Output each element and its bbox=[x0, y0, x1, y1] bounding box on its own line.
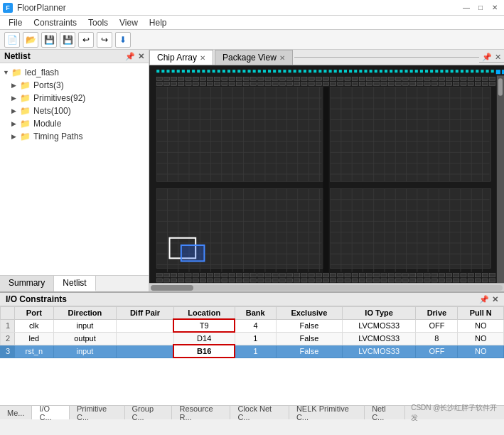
tree-item-timing[interactable]: ▶ 📁 Timing Paths bbox=[0, 130, 149, 143]
svg-rect-23 bbox=[268, 70, 271, 72]
scroll-thumb-h[interactable] bbox=[151, 285, 193, 291]
panel-pin-button[interactable]: 📌 bbox=[125, 52, 135, 61]
chip-canvas[interactable] bbox=[149, 65, 504, 283]
menu-view[interactable]: View bbox=[114, 16, 144, 29]
th-pulln[interactable]: Pull N bbox=[458, 307, 504, 320]
io-close-button[interactable]: ✕ bbox=[492, 295, 498, 304]
svg-rect-72 bbox=[156, 77, 162, 80]
svg-rect-10 bbox=[202, 70, 205, 72]
io-header-controls[interactable]: 📌 ✕ bbox=[479, 295, 498, 304]
svg-rect-128 bbox=[222, 82, 227, 85]
toolbar: 📄 📂 💾 💾 ↩ ↪ ⬇ bbox=[0, 30, 504, 50]
th-direction[interactable]: Direction bbox=[53, 307, 117, 320]
panel-controls[interactable]: 📌 ✕ bbox=[125, 52, 144, 61]
svg-rect-305 bbox=[490, 274, 495, 277]
minimize-button[interactable]: — bbox=[460, 2, 473, 14]
toolbar-save2-button[interactable]: 💾 bbox=[60, 32, 75, 48]
status-tab-me[interactable]: Me... bbox=[0, 406, 32, 419]
close-button[interactable]: ✕ bbox=[488, 2, 501, 14]
tree-icon-ports: 📁 bbox=[20, 80, 31, 90]
svg-rect-86 bbox=[258, 77, 264, 80]
svg-rect-274 bbox=[265, 274, 271, 277]
tree-item-module[interactable]: ▶ 📁 Module bbox=[0, 117, 149, 130]
status-tab-netl[interactable]: Netl C... bbox=[365, 406, 405, 419]
svg-rect-335 bbox=[367, 279, 372, 282]
status-tab-nelk[interactable]: NELK Primitive C... bbox=[289, 406, 365, 419]
table-row[interactable]: 3 rst_n input B16 1 False LVCMOS33 OFF N… bbox=[1, 345, 504, 358]
svg-rect-145 bbox=[345, 82, 350, 85]
svg-rect-304 bbox=[482, 274, 488, 277]
th-bank[interactable]: Bank bbox=[235, 307, 276, 320]
th-location[interactable]: Location bbox=[173, 307, 235, 320]
menu-help[interactable]: Help bbox=[144, 16, 173, 29]
tree-item-ports[interactable]: ▶ 📁 Ports(3) bbox=[0, 79, 149, 92]
tree-item-primitives[interactable]: ▶ 📁 Primitives(92) bbox=[0, 92, 149, 104]
panel-pin2-button[interactable]: 📌 bbox=[482, 53, 492, 62]
status-tab-group[interactable]: Group C... bbox=[125, 406, 173, 419]
th-exclusive[interactable]: Exclusive bbox=[276, 307, 342, 320]
svg-rect-275 bbox=[272, 274, 278, 277]
status-tab-resource[interactable]: Resource R... bbox=[172, 406, 230, 419]
menu-tools[interactable]: Tools bbox=[82, 16, 114, 29]
toolbar-open-button[interactable]: 📂 bbox=[23, 32, 38, 48]
table-row[interactable]: 2 led output D14 1 False LVCMOS33 8 NO bbox=[1, 332, 504, 345]
chip-tab-package-close[interactable]: ✕ bbox=[279, 54, 285, 62]
status-tab-io[interactable]: I/O C... bbox=[32, 406, 70, 419]
row-bank-2: 1 bbox=[235, 332, 276, 345]
svg-rect-324 bbox=[286, 279, 292, 282]
svg-rect-22 bbox=[263, 70, 266, 72]
svg-rect-265 bbox=[200, 274, 205, 277]
chip-tab-array[interactable]: Chip Array ✕ bbox=[149, 50, 213, 65]
row-num-3: 3 bbox=[1, 345, 15, 358]
svg-rect-149 bbox=[374, 82, 380, 85]
svg-rect-106 bbox=[402, 77, 408, 80]
toolbar-down-button[interactable]: ⬇ bbox=[115, 32, 131, 48]
toolbar-new-button[interactable]: 📄 bbox=[4, 32, 20, 48]
toolbar-undo-button[interactable]: ↩ bbox=[78, 32, 94, 48]
window-controls[interactable]: — □ ✕ bbox=[460, 2, 501, 14]
app-title: FloorPlanner bbox=[17, 3, 66, 13]
menu-constraints[interactable]: Constraints bbox=[28, 16, 82, 29]
toolbar-redo-button[interactable]: ↪ bbox=[97, 32, 112, 48]
th-iotype[interactable]: IO Type bbox=[342, 307, 415, 320]
chip-tab-package[interactable]: Package View ✕ bbox=[215, 50, 293, 65]
row-diffpair-3 bbox=[117, 345, 174, 358]
th-diffpair[interactable]: Diff Pair bbox=[117, 307, 174, 320]
tree-icon-module: 📁 bbox=[20, 119, 31, 129]
scroll-track-h[interactable] bbox=[151, 285, 503, 291]
tree-root[interactable]: ▼ 📁 led_flash bbox=[0, 66, 149, 79]
maximize-button[interactable]: □ bbox=[474, 2, 487, 14]
svg-rect-31 bbox=[309, 70, 311, 72]
row-pulln-3: NO bbox=[458, 345, 504, 358]
io-pin-button[interactable]: 📌 bbox=[479, 295, 489, 304]
toolbar-save-button[interactable]: 💾 bbox=[41, 32, 57, 48]
row-direction-2: output bbox=[53, 332, 117, 345]
svg-rect-27 bbox=[289, 70, 291, 72]
chip-scrollbar-h[interactable] bbox=[149, 283, 504, 291]
status-tab-clock[interactable]: Clock Net C... bbox=[230, 406, 289, 419]
panel-close2-button[interactable]: ✕ bbox=[495, 53, 501, 62]
svg-rect-117 bbox=[482, 77, 488, 80]
row-direction-1: input bbox=[53, 319, 117, 332]
tree-item-nets[interactable]: ▶ 📁 Nets(100) bbox=[0, 104, 149, 117]
svg-rect-139 bbox=[301, 82, 307, 85]
chip-tab-array-close[interactable]: ✕ bbox=[200, 54, 205, 62]
row-diffpair-1 bbox=[117, 319, 174, 332]
panel-tabs: Summary Netlist bbox=[0, 275, 149, 291]
svg-rect-339 bbox=[395, 279, 401, 282]
svg-rect-316 bbox=[229, 279, 235, 282]
row-pulln-2: NO bbox=[458, 332, 504, 345]
tab-netlist[interactable]: Netlist bbox=[54, 276, 95, 291]
svg-rect-307 bbox=[163, 279, 169, 282]
status-tab-primitive[interactable]: Primitive C... bbox=[70, 406, 124, 419]
th-port[interactable]: Port bbox=[15, 307, 54, 320]
svg-rect-56 bbox=[435, 70, 438, 72]
tab-summary[interactable]: Summary bbox=[0, 276, 54, 291]
panel-close-button[interactable]: ✕ bbox=[138, 52, 144, 61]
row-iotype-1: LVCMOS33 bbox=[342, 319, 415, 332]
table-row[interactable]: 1 clk input T9 4 False LVCMOS33 OFF NO bbox=[1, 319, 504, 332]
menu-file[interactable]: File bbox=[3, 16, 28, 29]
th-drive[interactable]: Drive bbox=[416, 307, 458, 320]
svg-rect-122 bbox=[178, 82, 184, 85]
svg-rect-292 bbox=[395, 274, 401, 277]
